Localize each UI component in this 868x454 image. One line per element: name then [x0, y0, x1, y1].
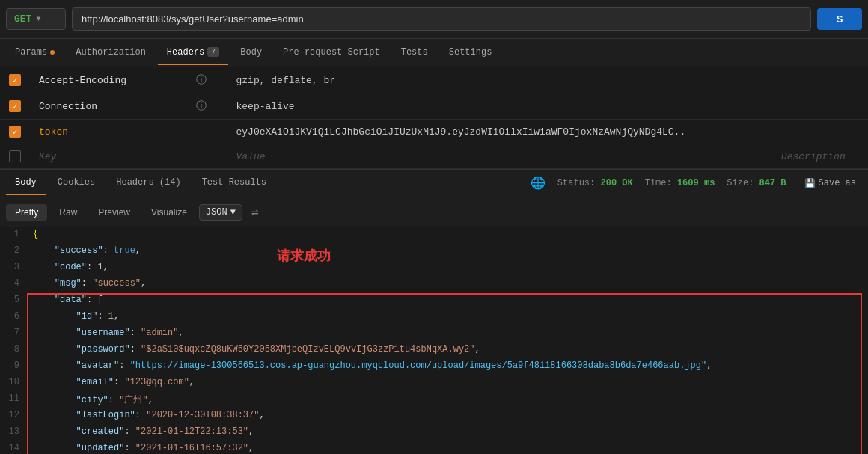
header-desc-connection — [772, 93, 868, 120]
tab-headers[interactable]: Headers 7 — [158, 41, 228, 65]
params-dot — [50, 50, 55, 55]
tab-headers-label: Headers — [167, 47, 204, 58]
line-num-10: 10 — [0, 375, 27, 389]
headers-badge: 7 — [207, 47, 219, 57]
format-pretty-btn[interactable]: Pretty — [6, 204, 47, 221]
tab-tests[interactable]: Tests — [392, 41, 437, 65]
checkbox-empty — [9, 150, 21, 162]
request-tabs: Params Authorization Headers 7 Body Pre-… — [0, 39, 868, 67]
size-label: Size: — [727, 178, 754, 188]
line-content-2: "success": true, — [27, 244, 868, 257]
json-type-label: JSON — [206, 207, 227, 218]
header-info-accept: ⓘ — [187, 67, 227, 93]
header-info-placeholder — [187, 144, 227, 169]
size-value: 847 B — [760, 178, 786, 188]
line-content-7: "username": "admin", — [27, 326, 868, 340]
value-placeholder-text: Value — [236, 151, 266, 162]
format-preview-btn[interactable]: Preview — [89, 204, 139, 221]
response-tabs: Body Cookies Headers (14) Test Results — [6, 171, 531, 195]
format-visualize-btn[interactable]: Visualize — [142, 204, 196, 221]
json-line-9: 9 "avatar": "https://image-1300566513.co… — [0, 359, 868, 375]
tab-prerequest[interactable]: Pre-request Script — [274, 41, 389, 65]
checkbox-checked-token: ✓ — [9, 126, 21, 138]
response-tab-headers[interactable]: Headers (14) — [107, 171, 189, 195]
response-tab-cookies[interactable]: Cookies — [49, 171, 104, 195]
header-value-placeholder[interactable]: Value — [227, 144, 772, 169]
method-label: GET — [14, 13, 31, 25]
json-type-chevron: ▼ — [230, 207, 236, 218]
tab-auth-label: Authorization — [76, 47, 146, 58]
checkbox-checked-accept: ✓ — [9, 74, 21, 86]
line-content-6: "id": 1, — [27, 310, 868, 323]
header-value-token: eyJ0eXAiOiJKV1QiLCJhbGciOiJIUzUxMiJ9.eyJ… — [227, 120, 772, 144]
method-selector[interactable]: GET ▼ — [6, 8, 66, 30]
json-line-1: 1 { — [0, 227, 868, 244]
url-input[interactable] — [72, 7, 811, 31]
response-tab-testresults[interactable]: Test Results — [193, 171, 275, 195]
line-num-12: 12 — [0, 408, 27, 422]
tab-tests-label: Tests — [401, 47, 428, 58]
line-content-8: "password": "$2a$10$uqxcZQ8uKW50Y2058XMj… — [27, 343, 868, 356]
header-value-accept: gzip, deflate, br — [227, 67, 772, 93]
header-checkbox-token[interactable]: ✓ — [0, 120, 30, 144]
line-content-3: "code": 1, — [27, 260, 868, 274]
line-content-4: "msg": "success", — [27, 277, 868, 290]
header-info-connection: ⓘ — [187, 93, 227, 120]
url-bar: GET ▼ S — [0, 0, 868, 39]
header-row-placeholder: Key Value Description — [0, 144, 868, 169]
json-line-12: 12 "lastLogin": "2020-12-30T08:38:37", — [0, 408, 868, 425]
json-line-14: 14 "updated": "2021-01-16T16:57:32", — [0, 441, 868, 454]
response-tab-body[interactable]: Body — [6, 171, 46, 195]
time-value: 1609 ms — [677, 178, 715, 188]
tab-params[interactable]: Params — [6, 41, 64, 65]
header-checkbox-empty[interactable] — [0, 144, 30, 169]
header-checkbox-connection[interactable]: ✓ — [0, 93, 30, 120]
line-num-2: 2 — [0, 244, 27, 257]
header-desc-placeholder: Description — [772, 144, 868, 169]
json-line-6: 6 "id": 1, — [0, 310, 868, 326]
headers-table: ✓ Accept-Encoding ⓘ gzip, deflate, br ✓ … — [0, 67, 868, 169]
headers-section: ✓ Accept-Encoding ⓘ gzip, deflate, br ✓ … — [0, 67, 868, 169]
json-line-2: 2 "success": true, — [0, 244, 868, 260]
line-content-14: "updated": "2021-01-16T16:57:32", — [27, 441, 868, 454]
line-num-7: 7 — [0, 326, 27, 340]
info-icon-accept: ⓘ — [196, 74, 207, 86]
header-key-placeholder[interactable]: Key — [30, 144, 187, 169]
save-as-button[interactable]: 💾 Save as — [798, 175, 862, 192]
json-viewer[interactable]: 1 { 2 "success": true, 3 "code": 1, 4 "m… — [0, 227, 868, 454]
size-section: Size: 847 B — [727, 178, 786, 188]
line-num-5: 5 — [0, 293, 27, 307]
header-checkbox-accept[interactable]: ✓ — [0, 67, 30, 93]
tab-prerequest-label: Pre-request Script — [283, 47, 380, 58]
header-row-accept: ✓ Accept-Encoding ⓘ gzip, deflate, br — [0, 67, 868, 93]
tab-settings-label: Settings — [449, 47, 492, 58]
line-content-10: "email": "123@qq.com", — [27, 375, 868, 389]
header-desc-accept — [772, 67, 868, 93]
save-as-label: Save as — [819, 178, 856, 188]
tab-settings[interactable]: Settings — [440, 41, 501, 65]
tab-body-label: Body — [240, 47, 262, 58]
format-raw-btn[interactable]: Raw — [50, 204, 86, 221]
line-num-13: 13 — [0, 425, 27, 438]
tab-body[interactable]: Body — [231, 41, 271, 65]
json-line-13: 13 "created": "2021-01-12T22:13:53", — [0, 425, 868, 441]
header-value-connection: keep-alive — [227, 93, 772, 120]
tab-params-label: Params — [15, 47, 47, 58]
line-num-6: 6 — [0, 310, 27, 323]
json-type-select[interactable]: JSON ▼ — [199, 204, 242, 221]
header-row-token: ✓ token eyJ0eXAiOiJKV1QiLCJhbGciOiJIUzUx… — [0, 120, 868, 144]
send-button[interactable]: S — [817, 8, 862, 30]
globe-icon: 🌐 — [531, 176, 545, 191]
line-content-5: "data": [ — [27, 293, 868, 307]
header-key-accept: Accept-Encoding — [30, 67, 187, 93]
response-tab-testresults-label: Test Results — [202, 177, 266, 188]
header-row-connection: ✓ Connection ⓘ keep-alive — [0, 93, 868, 120]
line-content-1: { — [27, 227, 868, 241]
response-bar: Body Cookies Headers (14) Test Results 🌐… — [0, 169, 868, 197]
filter-icon[interactable]: ⇌ — [251, 205, 259, 220]
info-icon-connection: ⓘ — [196, 100, 207, 112]
header-desc-token — [772, 120, 868, 144]
line-num-11: 11 — [0, 392, 27, 405]
tab-authorization[interactable]: Authorization — [67, 41, 155, 65]
header-key-connection: Connection — [30, 93, 187, 120]
